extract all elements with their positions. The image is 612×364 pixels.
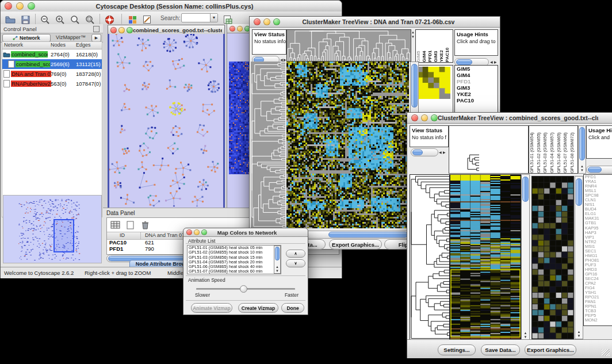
close-button[interactable] [5, 2, 12, 10]
zoom-button[interactable] [273, 18, 280, 25]
scroll-down-icon[interactable]: ▼ [274, 269, 280, 273]
scroll-left-icon[interactable]: ◀ [439, 150, 442, 154]
array-label[interactable]: GPL51-02 (GSM855) [536, 126, 543, 173]
main-titlebar[interactable]: Cytoscape Desktop (Session Name: collins… [1, 1, 342, 12]
minimize-button[interactable] [263, 18, 270, 25]
scroll-right-icon[interactable]: ▶ [443, 150, 446, 154]
array-label[interactable]: GIM4 [422, 30, 427, 62]
search-dropdown-icon[interactable]: ▼ [210, 14, 217, 22]
table-grid-icon[interactable] [109, 219, 121, 231]
save-data-button[interactable]: Save Data... [481, 344, 520, 355]
array-label[interactable]: GPL51-03 (GSM856) [542, 126, 549, 173]
scroll-left-icon[interactable]: ◀ [280, 58, 283, 62]
export-graphics-button[interactable]: Export Graphics... [525, 344, 576, 355]
treeview2-titlebar[interactable]: ClusterMaker TreeView : combined_scores_… [407, 113, 612, 124]
scroll-thumb[interactable] [579, 127, 585, 160]
gene-label[interactable]: GIM3 [455, 85, 498, 91]
speed-slider-thumb[interactable] [240, 285, 247, 293]
network-row-combined-sco-selected[interactable]: combined_sco 2569(6) 13112(15) [2, 59, 102, 69]
column-dendrogram[interactable] [286, 29, 411, 62]
scroll-thumb[interactable] [456, 59, 472, 65]
col-nodes[interactable]: Nodes [51, 42, 66, 48]
array-label[interactable]: GPL51-08 (GSM872) [569, 126, 576, 173]
scroll-up-icon[interactable]: ▲ [411, 30, 415, 34]
scroll-thumb[interactable] [328, 232, 408, 237]
array-label[interactable]: YKE2 [439, 30, 445, 62]
row-dendrogram[interactable] [410, 174, 450, 340]
close-button[interactable] [110, 27, 117, 33]
scroll-right-icon[interactable]: ▶ [284, 58, 286, 62]
move-down-button[interactable]: ∨ [286, 259, 305, 267]
global-heatmap[interactable] [450, 174, 521, 340]
network-row-dna-tran[interactable]: DNA and Tran 07 769(0) 183728(0) [2, 69, 102, 79]
scroll-thumb[interactable] [522, 177, 529, 202]
column-dendrogram[interactable] [449, 126, 527, 172]
scroll-up-icon[interactable]: ▲ [522, 331, 529, 335]
row-dendrogram[interactable] [251, 62, 285, 228]
zoom-button[interactable] [201, 229, 207, 235]
create-vizmap-button[interactable]: Create Vizmap [238, 303, 278, 313]
gene-label[interactable]: GIM4 [455, 72, 498, 78]
minimize-button[interactable] [421, 114, 428, 121]
float-panel-icon[interactable] [93, 26, 100, 32]
minimize-button[interactable] [194, 229, 200, 235]
col-edges[interactable]: Edges [76, 42, 91, 48]
array-label[interactable]: PAC10 [445, 30, 450, 62]
tab-vizmapper[interactable]: VizMapper™ [52, 35, 90, 40]
animate-vizmap-button[interactable]: Animate Vizmap [191, 303, 232, 313]
scroll-right-icon[interactable]: ▶ [494, 60, 497, 64]
zoom-button[interactable] [127, 27, 133, 33]
scroll-left-icon[interactable]: ◀ [490, 60, 493, 64]
scroll-up-icon[interactable]: ▲ [575, 330, 583, 334]
array-label[interactable]: GPL51-01 (GSM854) [529, 126, 536, 173]
done-button[interactable]: Done [281, 303, 304, 313]
network-row-combined-scores[interactable]: combined_scores 2764(0) 16218(0) [2, 49, 102, 59]
dialog-titlebar[interactable]: Map Colors to Network [183, 228, 308, 237]
column-dendrogram-panel[interactable] [449, 125, 529, 174]
scroll-thumb[interactable] [576, 178, 582, 206]
gene-label[interactable]: YKE2 [455, 91, 498, 97]
gene-label[interactable]: PFD1 [455, 78, 498, 85]
close-button[interactable] [230, 26, 235, 32]
close-button[interactable] [186, 229, 192, 235]
correlation-matrix-canvas[interactable] [417, 67, 450, 99]
dense-cluster-canvas[interactable] [229, 62, 250, 174]
export-graphics-button[interactable]: Export Graphics... [329, 239, 382, 250]
array-label[interactable]: GPL51-06 (GSM865) [556, 126, 563, 173]
network-overview-thumbnail[interactable] [3, 195, 102, 263]
network-window[interactable]: combined_scores_good.txt--cluste... [108, 25, 225, 210]
col-network[interactable]: Network [4, 42, 23, 48]
zoom-heatmap[interactable] [531, 176, 574, 339]
gene-label[interactable]: GIM5 [455, 66, 498, 72]
scroll-thumb[interactable] [411, 64, 418, 108]
col-id[interactable]: ID [120, 232, 125, 238]
attribute-list-vscrollbar[interactable]: ▲ ▼ [274, 246, 281, 274]
move-up-button[interactable]: ∧ [286, 250, 305, 258]
gene-label[interactable]: PAC10 [455, 97, 498, 104]
close-button[interactable] [411, 114, 418, 121]
attribute-item[interactable]: GPL51-07 (GSM868) heat shock 60 min [188, 269, 281, 274]
delete-attribute-trash-icon[interactable] [139, 219, 151, 231]
new-attribute-icon[interactable] [124, 219, 136, 231]
scroll-thumb[interactable] [412, 150, 423, 155]
scroll-up-icon[interactable]: ▲ [579, 164, 586, 168]
array-label[interactable]: GIM5 [416, 30, 422, 62]
zoom-button[interactable] [28, 2, 35, 10]
minimize-button[interactable] [16, 2, 24, 10]
zoom-button[interactable] [431, 114, 438, 121]
scroll-up-icon[interactable]: ▲ [274, 265, 280, 269]
tab-overflow-button[interactable]: ▶ [91, 34, 101, 42]
array-label[interactable]: GIM3 [433, 30, 439, 62]
scroll-thumb[interactable] [275, 247, 280, 260]
global-heatmap[interactable] [286, 62, 409, 228]
view-status-hscrollbar[interactable] [411, 148, 438, 156]
gene-label[interactable]: MON2 [584, 318, 612, 323]
scroll-down-icon[interactable]: ▼ [579, 168, 586, 172]
settings-button[interactable]: Settings... [438, 344, 476, 355]
scroll-down-icon[interactable]: ▼ [411, 35, 415, 39]
scroll-down-icon[interactable]: ▼ [522, 335, 529, 339]
attribute-listbox[interactable]: GPL51-01 (GSM854) heat shock 05 minGPL51… [187, 245, 281, 274]
scroll-down-icon[interactable]: ▼ [575, 334, 583, 338]
zoom-vscrollbar[interactable]: ▲ ▼ [575, 176, 583, 339]
close-button[interactable] [254, 18, 261, 25]
